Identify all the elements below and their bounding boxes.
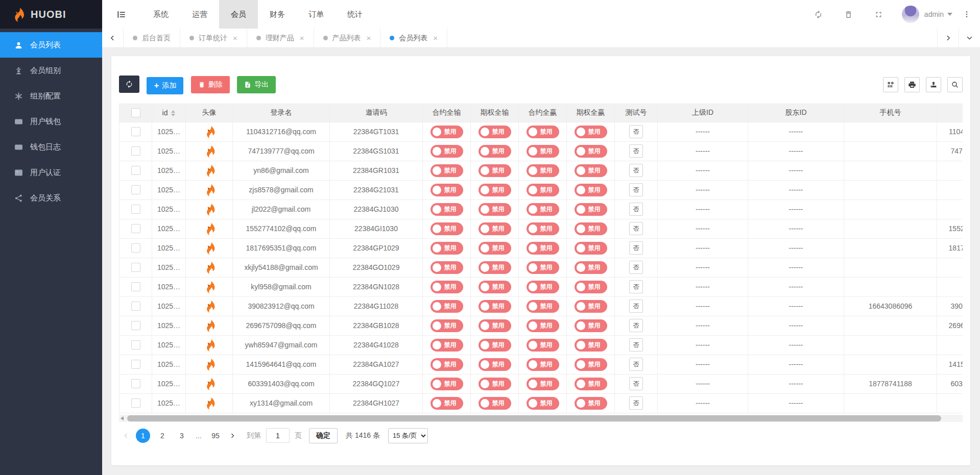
disable-toggle[interactable]: 禁用 [479, 203, 511, 216]
disable-toggle[interactable]: 禁用 [431, 164, 463, 177]
disable-toggle[interactable]: 禁用 [575, 126, 607, 138]
refresh-table-button[interactable] [119, 76, 139, 93]
disable-toggle[interactable]: 禁用 [431, 300, 463, 313]
disable-toggle[interactable]: 禁用 [527, 242, 559, 255]
disable-toggle[interactable]: 禁用 [431, 397, 463, 410]
page-size-select[interactable]: 15 条/页 [388, 428, 428, 443]
disable-toggle[interactable]: 禁用 [527, 145, 559, 158]
disable-toggle[interactable]: 禁用 [431, 261, 463, 274]
disable-toggle[interactable]: 禁用 [479, 339, 511, 352]
disable-toggle[interactable]: 禁用 [479, 358, 511, 371]
test-account-button[interactable]: 否 [629, 164, 643, 177]
disable-toggle[interactable]: 禁用 [479, 397, 511, 410]
disable-toggle[interactable]: 禁用 [527, 300, 559, 313]
tabs-scroll-left-button[interactable] [102, 29, 124, 47]
sidebar-item[interactable]: 用户钱包 [0, 109, 102, 134]
goto-page-input[interactable] [266, 428, 290, 443]
tab-close-icon[interactable]: × [433, 34, 438, 42]
topnav-item[interactable]: 运营 [180, 0, 219, 29]
row-checkbox[interactable] [131, 243, 140, 253]
sidebar-item[interactable]: 钱包日志 [0, 134, 102, 160]
topnav-item[interactable]: 财务 [258, 0, 297, 29]
disable-toggle[interactable]: 禁用 [431, 339, 463, 352]
disable-toggle[interactable]: 禁用 [479, 126, 511, 138]
test-account-button[interactable]: 否 [629, 144, 643, 158]
disable-toggle[interactable]: 禁用 [575, 222, 607, 235]
disable-toggle[interactable]: 禁用 [527, 378, 559, 390]
disable-toggle[interactable]: 禁用 [527, 319, 559, 332]
topnav-item[interactable]: 系统 [141, 0, 180, 29]
disable-toggle[interactable]: 禁用 [575, 378, 607, 390]
disable-toggle[interactable]: 禁用 [431, 145, 463, 158]
tab-close-icon[interactable]: × [367, 34, 371, 42]
scrollbar-thumb[interactable] [127, 415, 941, 421]
disable-toggle[interactable]: 禁用 [527, 184, 559, 196]
topnav-item[interactable]: 订单 [297, 0, 336, 29]
test-account-button[interactable]: 否 [629, 125, 643, 138]
search-button[interactable] [947, 77, 963, 92]
disable-toggle[interactable]: 禁用 [479, 222, 511, 235]
disable-toggle[interactable]: 禁用 [479, 281, 511, 293]
test-account-button[interactable]: 否 [629, 396, 643, 410]
more-options-icon[interactable] [963, 10, 971, 18]
disable-toggle[interactable]: 禁用 [575, 397, 607, 410]
tabs-menu-button[interactable] [959, 29, 980, 47]
confirm-button[interactable]: 确定 [309, 428, 338, 443]
test-account-button[interactable]: 否 [629, 358, 643, 371]
page-button[interactable]: 2 [155, 429, 170, 443]
test-account-button[interactable]: 否 [629, 299, 643, 313]
disable-toggle[interactable]: 禁用 [575, 300, 607, 313]
disable-toggle[interactable]: 禁用 [479, 145, 511, 158]
print-button[interactable] [904, 77, 920, 92]
tab-close-icon[interactable]: × [300, 34, 304, 42]
row-checkbox[interactable] [131, 185, 140, 194]
page-button[interactable]: 3 [175, 429, 189, 443]
disable-toggle[interactable]: 禁用 [527, 261, 559, 274]
test-account-button[interactable]: 否 [629, 377, 643, 390]
row-checkbox[interactable] [131, 166, 140, 175]
row-checkbox[interactable] [131, 224, 140, 233]
sidebar-item[interactable]: 会员组别 [0, 58, 102, 83]
disable-toggle[interactable]: 禁用 [479, 300, 511, 313]
disable-toggle[interactable]: 禁用 [575, 184, 607, 196]
disable-toggle[interactable]: 禁用 [527, 222, 559, 235]
disable-toggle[interactable]: 禁用 [479, 242, 511, 255]
row-checkbox[interactable] [131, 282, 140, 291]
test-account-button[interactable]: 否 [629, 280, 643, 293]
row-checkbox[interactable] [131, 360, 140, 369]
disable-toggle[interactable]: 禁用 [575, 164, 607, 177]
row-checkbox[interactable] [131, 302, 140, 311]
export-data-button[interactable] [926, 77, 941, 92]
tab-item[interactable]: 订单统计× [180, 29, 247, 47]
scrollbar-left-arrow-icon[interactable] [121, 416, 124, 420]
row-checkbox[interactable] [131, 321, 140, 330]
disable-toggle[interactable]: 禁用 [527, 358, 559, 371]
disable-toggle[interactable]: 禁用 [431, 203, 463, 216]
tab-item[interactable]: 会员列表× [380, 29, 447, 47]
disable-toggle[interactable]: 禁用 [479, 378, 511, 390]
disable-toggle[interactable]: 禁用 [479, 164, 511, 177]
disable-toggle[interactable]: 禁用 [575, 261, 607, 274]
disable-toggle[interactable]: 禁用 [479, 184, 511, 196]
row-checkbox[interactable] [131, 146, 140, 156]
tab-item[interactable]: 后台首页 [124, 29, 180, 47]
page-button[interactable]: 1 [136, 429, 150, 443]
horizontal-scrollbar[interactable] [119, 415, 963, 422]
disable-toggle[interactable]: 禁用 [575, 358, 607, 371]
row-checkbox[interactable] [131, 127, 140, 136]
disable-toggle[interactable]: 禁用 [575, 281, 607, 293]
test-account-button[interactable]: 否 [629, 261, 643, 274]
test-account-button[interactable]: 否 [629, 222, 643, 235]
disable-toggle[interactable]: 禁用 [527, 397, 559, 410]
topnav-item[interactable]: 会员 [219, 0, 258, 29]
disable-toggle[interactable]: 禁用 [431, 222, 463, 235]
sort-icon[interactable] [171, 110, 175, 116]
disable-toggle[interactable]: 禁用 [575, 203, 607, 216]
disable-toggle[interactable]: 禁用 [527, 164, 559, 177]
row-checkbox[interactable] [131, 398, 140, 408]
tab-item[interactable]: 产品列表× [314, 29, 381, 47]
disable-toggle[interactable]: 禁用 [527, 126, 559, 138]
disable-toggle[interactable]: 禁用 [431, 358, 463, 371]
disable-toggle[interactable]: 禁用 [575, 145, 607, 158]
disable-toggle[interactable]: 禁用 [527, 281, 559, 293]
